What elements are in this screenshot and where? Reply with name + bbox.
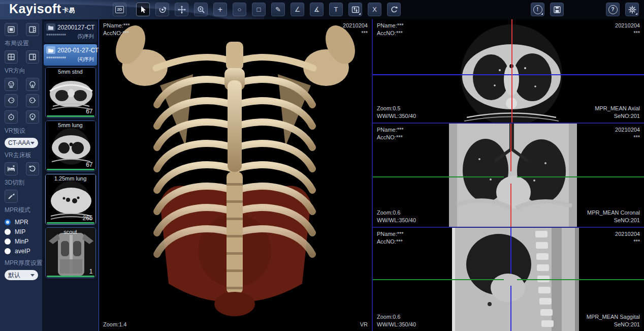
coronal-ct-image [373,124,643,227]
image-info-button[interactable]: ! [531,3,544,16]
pan-icon [178,6,186,14]
vr-head-left-button[interactable] [5,94,18,107]
layout-single-icon [7,25,15,34]
mpr-mode-radio-mpr[interactable]: MPR [5,217,42,227]
reset-icon [390,6,398,14]
delete-annotation-button[interactable]: X [368,3,381,16]
layout-1-2-icon [28,53,37,61]
help-button[interactable]: ? [606,3,620,16]
rect-roi-button[interactable]: □ [252,3,266,16]
study-item[interactable]: 20200127-CT ********** (5)序列 [44,21,97,43]
angle-icon: ∠ [295,6,301,13]
layout-custom-icon [28,25,37,34]
mpr-mode-radio-mip[interactable]: MIP [5,227,42,236]
study-title: 2020-01-27-CT [57,47,99,54]
layout-single-button[interactable] [5,23,18,36]
zoom-tool-button[interactable] [194,3,208,16]
mpr-mode-label: MPR模式 [5,206,42,215]
magnifier-zoom-icon [197,6,205,14]
study-patient-masked: ********** [46,56,66,63]
head-right-icon [28,97,37,105]
series-thumbnail-5mm-stnd[interactable]: 5mm stnd 67 [45,67,96,118]
coronal-crosshair-horizontal[interactable] [373,176,504,177]
study-item-active[interactable]: 2020-01-27-CT ********** (4)序列 [44,44,97,66]
study-patient-masked: ********** [46,33,66,40]
cut-3d-button[interactable] [5,190,18,203]
folder-icon [46,23,55,31]
measure-line-button[interactable]: ✎ [271,3,285,16]
mpr-thickness-value: 默认 [8,271,20,280]
head-front-icon [7,80,15,88]
radio-label: MIP [15,228,25,235]
radio-label: aveIP [15,248,30,255]
sagittal-crosshair-vertical[interactable] [510,228,511,274]
scalpel-icon [7,192,15,200]
axial-crosshair-horizontal[interactable] [373,74,644,75]
gear-icon [628,6,636,14]
study-series-count: (5)序列 [78,33,94,40]
vr-head-posterior-button[interactable] [26,78,39,91]
vr-direction-label: VR方向 [5,67,42,75]
layout-2x2-button[interactable] [5,50,18,64]
mpr-sagittal-viewport[interactable]: PName:*** AccNO:*** 20210204 *** Zoom:0.… [373,228,644,331]
mpr-mode-radio-minp[interactable]: MinP [5,236,42,246]
reset-view-button[interactable] [387,3,401,16]
radio-label: MPR [15,219,28,226]
head-top-icon [7,113,15,121]
window-level-button[interactable] [348,3,362,16]
series-thumbnail-1-25mm-lung[interactable]: 1.25mm lung 265 [45,174,96,225]
brand-name: Kayisoft [9,2,61,16]
layout-settings-label: 布局设置 [5,39,42,48]
image-2d-icon: 2D [115,6,123,13]
main-content: 布局设置 VR方向 [0,19,644,331]
rotate-3d-button[interactable] [155,3,169,16]
layout-custom-button[interactable] [26,23,39,36]
save-button[interactable] [550,3,564,16]
help-icon: ? [608,5,618,14]
thumbnail-image-count: 1 [89,268,93,275]
angle-button[interactable]: ∠ [291,3,304,16]
vr-head-superior-button[interactable] [5,110,18,124]
vr-preset-select[interactable]: CT-AAA [5,138,38,148]
cobb-angle-button[interactable]: ∡ [310,3,324,16]
radio-selected-icon [5,219,11,225]
mpr-thickness-label: MPR厚度设置 [5,259,42,267]
vr-head-right-button[interactable] [26,94,39,107]
axial-crosshair-vertical[interactable] [511,19,512,123]
pan-button[interactable] [175,3,188,16]
rectangle-icon: □ [257,6,261,13]
rotate-3d-icon [158,6,167,14]
axial-ct-image [373,19,643,123]
cut-3d-label: 3D切割 [5,178,42,187]
thumbnail-label: 5mm stnd [46,69,95,75]
chevron-down-icon [30,142,35,144]
mpr-axial-viewport[interactable]: PName:*** AccNO:*** 20210204 *** Zoom:0.… [373,19,644,124]
text-annotation-button[interactable]: T [329,3,343,16]
cursor-icon [139,6,147,14]
vr-head-inferior-button[interactable] [26,110,39,124]
view-2d-button[interactable]: 2D [113,3,126,16]
restore-bed-button[interactable] [26,162,39,175]
series-panel: 20200127-CT ********** (5)序列 2020-01-27-… [42,19,99,331]
vr-viewport[interactable]: PName:*** AccNO:*** 20210204 *** Zoom:1.… [99,19,373,331]
cursor-button[interactable] [136,3,150,16]
thumbnail-image-count: 67 [86,108,92,115]
mpr-coronal-viewport[interactable]: PName:*** AccNO:*** 20210204 *** Zoom:0.… [373,124,644,228]
settings-button[interactable] [625,3,639,16]
mpr-column: PName:*** AccNO:*** 20210204 *** Zoom:0.… [373,19,644,331]
series-thumbnail-5mm-lung[interactable]: 5mm lung 67 [45,121,96,171]
series-thumbnail-scout[interactable]: scout 1 [45,227,96,278]
sagittal-crosshair-horizontal[interactable] [373,279,504,280]
vr-head-anterior-button[interactable] [5,78,18,91]
close-x-icon: X [372,6,377,13]
remove-bed-button[interactable] [5,162,18,175]
vr-preset-value: CT-AAA [8,139,30,146]
crosshair-button[interactable]: + [213,3,227,16]
mpr-thickness-select[interactable]: 默认 [5,270,38,280]
coronal-crosshair-vertical[interactable] [510,124,511,171]
radio-icon [5,229,11,235]
layout-1-2-button[interactable] [26,50,39,64]
ellipse-roi-button[interactable]: ○ [233,3,246,16]
mpr-mode-radio-aveip[interactable]: aveIP [5,246,42,256]
window-tool-group: ? [606,3,639,16]
